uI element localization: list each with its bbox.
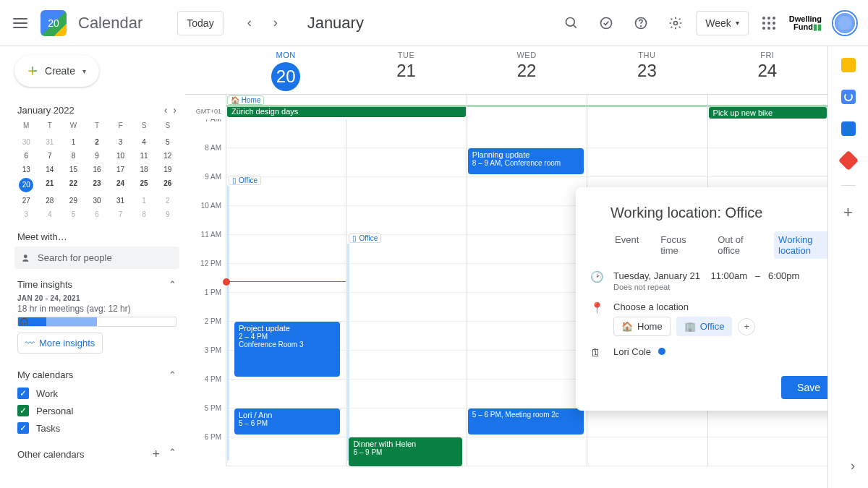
time-slot[interactable]	[346, 351, 466, 380]
time-slot[interactable]	[226, 235, 346, 264]
tasks-icon[interactable]	[841, 90, 856, 104]
time-slot[interactable]	[587, 437, 707, 466]
time-slot[interactable]	[707, 408, 827, 437]
mini-calendar-day[interactable]: 4	[132, 135, 156, 149]
mini-calendar-day[interactable]: 17	[109, 163, 132, 176]
prev-week-button[interactable]: ‹	[238, 12, 261, 35]
mini-calendar-day[interactable]: 21	[38, 176, 62, 194]
time-slot[interactable]	[467, 380, 587, 408]
mini-calendar-day[interactable]: 20	[19, 178, 33, 192]
settings-gear-icon[interactable]	[661, 9, 690, 38]
event-date[interactable]: Tuesday, January 21	[613, 270, 700, 281]
mini-calendar-day[interactable]: 14	[38, 163, 62, 176]
calendar-event[interactable]: 5 – 6 PM, Meeting room 2c	[468, 408, 584, 435]
mini-prev-month[interactable]: ‹	[164, 104, 168, 116]
mini-calendar-day[interactable]: 4	[38, 207, 62, 221]
mini-calendar-day[interactable]: 3	[109, 135, 132, 149]
time-slot[interactable]	[587, 119, 707, 148]
time-slot[interactable]	[707, 119, 827, 148]
mini-calendar-day[interactable]: 23	[85, 176, 109, 194]
time-slot[interactable]	[467, 264, 587, 293]
location-home-button[interactable]: 🏠 Home	[613, 317, 671, 336]
get-addons-button[interactable]: +	[843, 203, 853, 222]
time-slot[interactable]	[467, 206, 587, 235]
mini-calendar-day[interactable]: 16	[85, 163, 109, 176]
mini-calendar-day[interactable]: 29	[61, 194, 85, 207]
time-slot[interactable]	[226, 148, 346, 177]
search-people-input[interactable]: Search for people	[14, 247, 179, 269]
mini-calendar-day[interactable]: 25	[132, 176, 156, 194]
day-header[interactable]: FRI24	[707, 46, 827, 94]
collapse-other-calendars[interactable]: ⌃	[169, 447, 176, 462]
mini-calendar-day[interactable]: 31	[109, 194, 132, 207]
support-icon[interactable]	[592, 9, 621, 38]
time-slot[interactable]	[346, 148, 466, 177]
calendar-event[interactable]: Project update 2 – 4 PM Conference Room …	[234, 322, 340, 377]
mini-calendar-day[interactable]: 24	[109, 176, 132, 194]
event-type-tab[interactable]: Out of office	[713, 231, 761, 259]
mini-calendar[interactable]: MTWTFSS 30311234567891011121314151617181…	[14, 119, 179, 221]
mini-calendar-day[interactable]: 18	[132, 163, 156, 176]
time-slot[interactable]	[467, 437, 587, 466]
time-slot[interactable]	[467, 119, 587, 148]
time-slot[interactable]	[346, 119, 466, 148]
time-slot[interactable]	[467, 235, 587, 264]
time-slot[interactable]	[587, 148, 707, 177]
calendar-toggle[interactable]: ✓Work	[14, 385, 179, 402]
office-location-chip[interactable]: ▯ Office	[229, 176, 261, 185]
mini-calendar-day[interactable]: 7	[38, 149, 62, 163]
search-icon[interactable]	[557, 9, 586, 38]
location-office-button[interactable]: 🏢 Office	[676, 317, 733, 336]
more-insights-button[interactable]: 〰 More insights	[17, 333, 103, 354]
mini-calendar-day[interactable]: 6	[85, 207, 109, 221]
mini-calendar-day[interactable]: 9	[85, 149, 109, 163]
calendar-toggle[interactable]: ✓Tasks	[14, 419, 179, 437]
mini-calendar-day[interactable]: 8	[61, 149, 85, 163]
add-location-button[interactable]: +	[738, 318, 755, 335]
help-icon[interactable]	[626, 9, 655, 38]
mini-calendar-day[interactable]: 3	[14, 207, 38, 221]
time-slot[interactable]	[226, 119, 346, 148]
time-slot[interactable]	[346, 408, 466, 437]
calendar-owner[interactable]: Lori Cole	[613, 346, 651, 357]
mini-next-month[interactable]: ›	[173, 104, 176, 116]
time-slot[interactable]	[707, 437, 827, 466]
mini-calendar-day[interactable]: 28	[38, 194, 62, 207]
mini-calendar-day[interactable]: 1	[132, 194, 156, 207]
collapse-insights[interactable]: ⌃	[169, 279, 176, 290]
day-header[interactable]: WED22	[467, 46, 587, 94]
day-header[interactable]: MON20	[226, 46, 346, 94]
calendar-event[interactable]: Dinner with Helen 6 – 9 PM	[349, 437, 461, 466]
day-header[interactable]: TUE21	[346, 46, 466, 94]
mini-calendar-day[interactable]: 15	[61, 163, 85, 176]
hide-side-panel[interactable]: ›	[851, 458, 855, 474]
time-slot[interactable]	[467, 351, 587, 380]
main-menu-icon[interactable]	[12, 14, 29, 32]
allday-event[interactable]: Zürich design days	[227, 106, 466, 117]
mini-calendar-day[interactable]: 11	[132, 149, 156, 163]
allday-event[interactable]: Pick up new bike	[709, 107, 827, 119]
mini-calendar-day[interactable]: 6	[14, 149, 38, 163]
event-start-time[interactable]: 11:00am	[710, 270, 747, 281]
time-slot[interactable]	[346, 380, 466, 408]
time-slot[interactable]	[346, 206, 466, 235]
mini-calendar-day[interactable]: 19	[156, 163, 179, 176]
mini-calendar-day[interactable]: 22	[61, 176, 85, 194]
calendar-toggle[interactable]: ✓Personal	[14, 402, 179, 419]
time-slot[interactable]	[346, 177, 466, 206]
account-avatar[interactable]	[833, 12, 856, 35]
mini-calendar-day[interactable]: 2	[85, 135, 109, 149]
create-button[interactable]: + Create ▾	[14, 55, 99, 87]
mini-calendar-day[interactable]: 8	[132, 207, 156, 221]
calendar-event[interactable]: Lori / Ann 5 – 6 PM	[234, 408, 340, 435]
mini-calendar-day[interactable]: 2	[156, 194, 179, 207]
mini-calendar-day[interactable]: 27	[14, 194, 38, 207]
time-slot[interactable]	[346, 322, 466, 351]
time-slot[interactable]	[346, 293, 466, 322]
view-selector[interactable]: Week▾	[696, 11, 749, 35]
day-header[interactable]: THU23	[587, 46, 707, 94]
time-slot[interactable]	[467, 293, 587, 322]
contacts-icon[interactable]: 👤	[841, 121, 856, 136]
time-slot[interactable]	[467, 322, 587, 351]
mini-calendar-day[interactable]: 9	[156, 207, 179, 221]
